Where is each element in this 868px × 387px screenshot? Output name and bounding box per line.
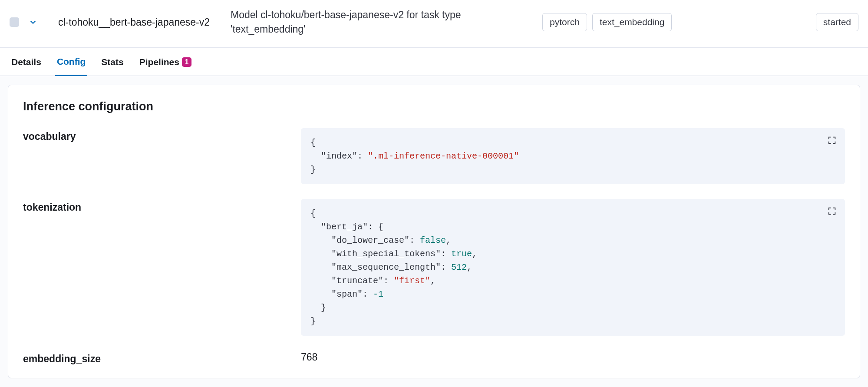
model-id: cl-tohoku__bert-base-japanese-v2	[58, 17, 210, 28]
model-description: Model cl-tohoku/bert-base-japanese-v2 fo…	[231, 8, 526, 37]
pipelines-count-badge: 1	[182, 57, 191, 67]
tabs: Details Config Stats Pipelines 1	[0, 48, 868, 76]
embedding-size-value: 768	[301, 351, 845, 363]
badge-text-embedding: text_embedding	[592, 13, 672, 31]
panel-title: Inference configuration	[23, 100, 845, 113]
select-checkbox[interactable]	[10, 17, 19, 27]
tab-stats[interactable]: Stats	[99, 48, 125, 75]
model-header-row: cl-tohoku__bert-base-japanese-v2 Model c…	[0, 0, 868, 48]
status-badge: started	[816, 13, 858, 31]
tab-config[interactable]: Config	[55, 48, 87, 76]
with-special-tokens-value: true	[451, 249, 472, 259]
config-row-vocabulary: vocabulary { "index": ".ml-inference-nat…	[23, 128, 845, 184]
tab-pipelines-label: Pipelines	[139, 57, 179, 67]
config-key-vocabulary: vocabulary	[23, 128, 284, 142]
tab-pipelines[interactable]: Pipelines 1	[138, 48, 193, 75]
vocab-index-value: ".ml-inference-native-000001"	[368, 151, 519, 161]
config-key-embedding-size: embedding_size	[23, 351, 284, 365]
tokenization-json: { "bert_ja": { "do_lower_case": false, "…	[301, 199, 845, 336]
tab-details[interactable]: Details	[10, 48, 43, 75]
tag-badges: pytorch text_embedding	[542, 13, 672, 31]
vocabulary-json: { "index": ".ml-inference-native-000001"…	[301, 128, 845, 184]
badge-pytorch: pytorch	[542, 13, 587, 31]
config-key-tokenization: tokenization	[23, 199, 284, 213]
fullscreen-icon	[827, 136, 837, 145]
expand-tokenization-button[interactable]	[826, 205, 838, 217]
chevron-down-icon	[28, 17, 38, 27]
config-row-embedding-size: embedding_size 768	[23, 351, 845, 365]
do-lower-case-value: false	[420, 235, 446, 245]
inference-config-panel: Inference configuration vocabulary { "in…	[8, 85, 860, 378]
span-value: -1	[373, 289, 383, 299]
fullscreen-icon	[827, 206, 837, 216]
truncate-value: "first"	[394, 276, 430, 286]
panel-container: Inference configuration vocabulary { "in…	[0, 76, 868, 387]
max-seq-len-value: 512	[451, 262, 467, 272]
status-group: started	[816, 13, 858, 31]
expand-toggle[interactable]	[27, 16, 39, 28]
config-row-tokenization: tokenization { "bert_ja": { "do_lower_ca…	[23, 199, 845, 336]
expand-vocabulary-button[interactable]	[826, 134, 838, 146]
